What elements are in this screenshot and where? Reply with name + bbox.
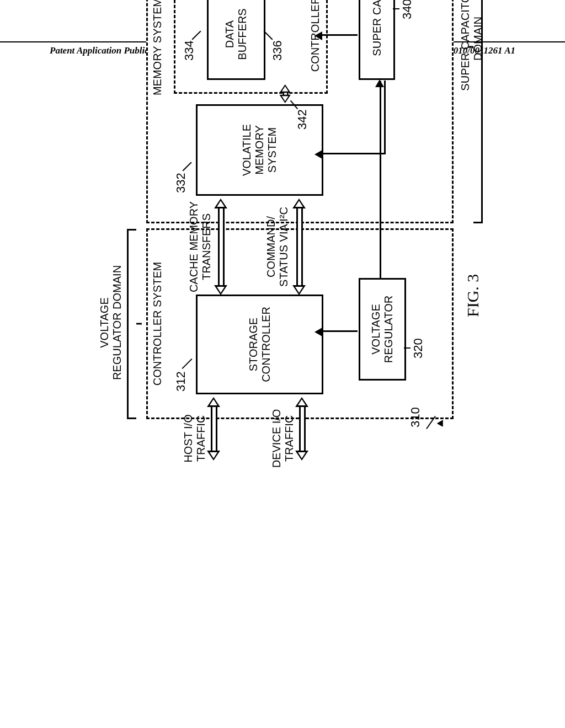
label-super-capacitor-domain: SUPER CAPACITOR DOMAIN [459, 0, 484, 94]
ref-312: 312 [174, 371, 188, 392]
label-voltage-regulator-domain: VOLTAGE REGULATOR DOMAIN [98, 265, 124, 381]
text-storage-controller: STORAGE CONTROLLER [247, 307, 273, 382]
label-device-io: DEVICE I/O TRAFFIC [270, 408, 296, 469]
ref-336: 336 [270, 40, 285, 61]
box-super-capacitor: SUPER CAPACITOR [359, 0, 395, 80]
brace-voltage-regulator [127, 229, 136, 419]
text-data-buffers: DATA BUFFERS [223, 8, 249, 60]
box-storage-controller: STORAGE CONTROLLER [196, 295, 323, 394]
text-volatile-memory: VOLATILE MEMORY SYSTEM [241, 124, 279, 176]
ref-340: 340 [400, 0, 414, 19]
figure-3: VOLTAGE REGULATOR DOMAIN SUPER CAPACITOR… [94, 72, 565, 469]
ref-320: 320 [411, 338, 425, 358]
text-super-capacitor: SUPER CAPACITOR [371, 0, 383, 56]
title-memory-system: MEMORY SYSTEM [151, 0, 164, 95]
label-cache-transfers: CACHE MEMORY TRANSFERS [188, 199, 213, 295]
box-data-buffers: DATA BUFFERS [207, 0, 265, 80]
label-command-status: COMMAND/ STATUS VIA I²C [265, 199, 290, 295]
box-voltage-regulator: VOLTAGE REGULATOR [359, 278, 406, 381]
ref-334: 334 [182, 40, 196, 61]
label-host-io: HOST I/O TRAFFIC [182, 408, 207, 469]
ref-332: 332 [174, 173, 188, 193]
ref-310: 310 [408, 407, 423, 427]
title-controller-system: CONTROLLER SYSTEM [151, 262, 164, 386]
figure-caption: FIG. 3 [463, 274, 482, 317]
text-voltage-regulator: VOLTAGE REGULATOR [370, 296, 395, 363]
ref-342: 342 [295, 109, 310, 130]
